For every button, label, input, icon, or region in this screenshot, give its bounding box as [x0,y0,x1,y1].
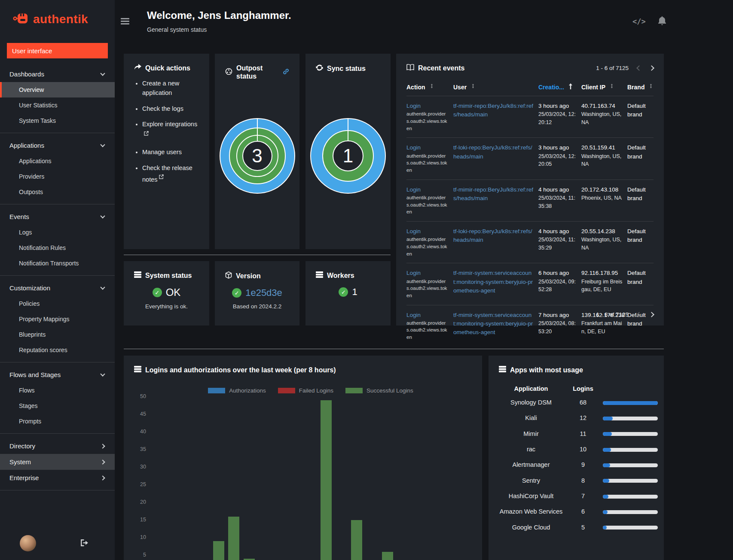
api-code-icon[interactable]: </> [632,17,646,26]
sort-icon[interactable] [610,83,614,91]
event-brand-cell: Default brand [627,227,654,257]
column-header-user[interactable]: User [453,83,538,91]
sidebar-item-outposts[interactable]: Outposts [0,184,115,200]
event-user-link[interactable]: tf-loki-repo:BeryJu/k8s:ref:refs/heads/m… [453,143,534,161]
column-header-action[interactable]: Action [406,83,453,91]
sidebar-group-enterprise[interactable]: Enterprise [0,470,115,486]
sidebar-item-providers[interactable]: Providers [0,169,115,184]
event-user-link[interactable]: tf-loki-repo:BeryJu/k8s:ref:refs/heads/m… [453,227,534,245]
chart-bar-successful-logins[interactable] [351,520,362,560]
quick-action-link-manage-users[interactable]: Manage users [142,149,182,155]
quick-action-link-check-the-release-notes[interactable]: Check the release notes [142,164,192,183]
sidebar-item-user-statistics[interactable]: User Statistics [0,97,115,113]
link-icon[interactable] [283,68,289,76]
quick-action-link-check-the-logs[interactable]: Check the logs [142,105,183,112]
quick-action-link-create-a-new-application[interactable]: Create a new application [142,80,179,96]
pagination-next-button[interactable] [649,65,654,71]
event-user-link[interactable]: tf-mimir-system:serviceaccount:monitorin… [453,269,534,295]
workers-card: Workers ✓ 1 [305,261,391,326]
sidebar-group-label: System [9,458,31,466]
donut-tick [348,119,348,141]
notifications-bell-icon[interactable] [658,16,666,27]
event-user-cell: tf-mimir-repo:BeryJu/k8s:ref:refs/heads/… [453,102,538,132]
column-label: Creatio... [538,84,564,91]
event-action-detail: authentik.providers.oauth2.views.token [406,236,449,257]
usage-bar-fill [603,526,607,530]
sort-ascending-icon[interactable] [568,83,573,91]
event-client-ip: 20.51.159.41 [581,143,623,152]
event-user-cell: tf-loki-repo:BeryJu/k8s:ref:refs/heads/m… [453,227,538,257]
sidebar-group-events[interactable]: Events [0,209,115,225]
sidebar-item-notification-rules[interactable]: Notification Rules [0,240,115,256]
usage-bar-track [603,526,658,530]
sidebar-item-overview[interactable]: Overview [0,82,115,97]
legend-swatch [208,388,225,393]
sort-icon[interactable] [430,83,434,91]
chart-bar-successful-logins[interactable] [321,400,332,560]
sidebar-item-reputation-scores[interactable]: Reputation scores [0,342,115,358]
sidebar-group-customization[interactable]: Customization [0,280,115,296]
chart-bar-successful-logins[interactable] [228,517,239,560]
legend-item-authorizations[interactable]: Authorizations [208,387,266,394]
quick-action-item: Explore integrations [142,120,199,141]
column-header-brand[interactable]: Brand [627,83,654,91]
pagination-prev-button[interactable] [636,65,642,71]
divider [0,490,115,490]
sidebar-item-logs[interactable]: Logs [0,225,115,240]
event-action-link[interactable]: Login [406,102,449,110]
system-status-value: OK [166,286,181,298]
user-avatar[interactable] [20,535,36,551]
sidebar-group-directory[interactable]: Directory [0,438,115,454]
sidebar-item-property-mappings[interactable]: Property Mappings [0,311,115,327]
sidebar-item-stages[interactable]: Stages [0,398,115,414]
sidebar-item-prompts[interactable]: Prompts [0,414,115,429]
sort-icon[interactable] [471,83,476,91]
event-action-link[interactable]: Login [406,143,449,152]
legend-item-successful-logins[interactable]: Successful Logins [345,387,413,394]
event-action-link[interactable]: Login [406,269,449,277]
sidebar-item-policies[interactable]: Policies [0,296,115,311]
version-value-link[interactable]: 1e25d3e [245,287,282,298]
sidebar-group-applications[interactable]: Applications [0,137,115,153]
chart-bar-successful-logins[interactable] [213,541,224,560]
column-label: Action [406,84,425,91]
app-login-count: 11 [568,429,599,438]
event-user-link[interactable]: tf-mimir-repo:BeryJu/k8s:ref:refs/heads/… [453,102,534,119]
event-time-cell: 7 hours ago25/03/2024, 08:53:20 [538,311,581,341]
event-action-cell: Loginauthentik.providers.oauth2.views.to… [406,269,453,299]
sidebar-item-system-tasks[interactable]: System Tasks [0,113,115,128]
sidebar-group-system[interactable]: System [0,454,115,470]
sign-out-button[interactable] [79,538,90,549]
legend-item-failed-logins[interactable]: Failed Logins [278,387,333,394]
outpost-status-card: Outpost status 3 [215,54,299,249]
event-action-link[interactable]: Login [406,186,449,194]
event-action-link[interactable]: Login [406,227,449,236]
sort-icon[interactable] [649,83,654,91]
column-label: User [453,84,467,91]
pagination-next-button[interactable] [649,312,654,317]
sidebar-item-notification-transports[interactable]: Notification Transports [0,256,115,271]
column-header-client-ip[interactable]: Client IP [581,83,627,91]
quick-actions-list: Create a new applicationCheck the logsEx… [134,79,199,185]
menu-toggle-icon[interactable] [121,18,129,26]
user-interface-button[interactable]: User interface [7,43,108,58]
server-icon [316,271,323,280]
chart-bar-successful-logins[interactable] [382,552,393,560]
sidebar-group-flows-and-stages[interactable]: Flows and Stages [0,367,115,383]
event-brand-cell: Default brand [627,186,654,216]
divider [0,204,115,204]
event-location: Washington, US, NA [581,152,623,169]
quick-action-link-explore-integrations[interactable]: Explore integrations [142,121,197,128]
pagination-prev-button[interactable] [636,312,642,317]
sidebar-group-dashboards[interactable]: Dashboards [0,66,115,82]
sidebar-item-applications[interactable]: Applications [0,153,115,169]
sidebar-item-flows[interactable]: Flows [0,383,115,398]
book-icon [406,64,414,72]
sidebar-item-blueprints[interactable]: Blueprints [0,327,115,342]
usage-bar-fill [603,432,612,436]
event-user-link[interactable]: tf-mimir-repo:BeryJu/k8s:ref:refs/heads/… [453,186,534,203]
event-client-ip: 20.55.14.238 [581,227,623,236]
event-user-link[interactable]: tf-mimir-system:serviceaccount:monitorin… [453,311,534,337]
event-action-link[interactable]: Login [406,311,449,320]
column-header-creatio[interactable]: Creatio... [538,83,581,91]
